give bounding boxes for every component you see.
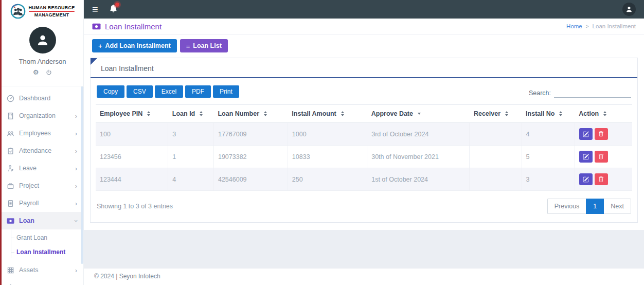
power-icon[interactable] bbox=[46, 69, 52, 76]
cell-install-no: 5 bbox=[522, 146, 575, 168]
previous-page-button[interactable]: Previous bbox=[547, 199, 586, 214]
sidebar-item-leave[interactable]: Leave › bbox=[2, 159, 83, 177]
sort-desc-icon bbox=[418, 113, 421, 115]
breadcrumb-current: Loan Installment bbox=[593, 23, 636, 29]
sort-icon bbox=[264, 111, 267, 116]
sort-icon bbox=[341, 111, 344, 116]
sidebar-item-employees[interactable]: Employees › bbox=[2, 124, 83, 142]
pencil-square-icon bbox=[583, 131, 589, 137]
table-toolbar: Copy CSV Excel PDF Print Search: bbox=[96, 85, 632, 98]
delete-button[interactable] bbox=[595, 173, 608, 185]
table-row: 100 3 17767009 1000 3rd of October 2024 … bbox=[96, 123, 632, 146]
col-receiver[interactable]: Receiver bbox=[470, 105, 522, 123]
col-approve-date[interactable]: Approve Date bbox=[367, 105, 470, 123]
col-install-no[interactable]: Install No bbox=[522, 105, 575, 123]
cell-loan-id: 3 bbox=[168, 123, 214, 146]
cell-install-no: 4 bbox=[522, 123, 575, 146]
breadcrumb-separator: > bbox=[586, 24, 589, 29]
brand-logo: HUMAN RESOURCE MANAGEMENT bbox=[2, 0, 83, 21]
trash-icon bbox=[598, 176, 604, 182]
delete-button[interactable] bbox=[595, 128, 608, 140]
col-action[interactable]: Action bbox=[575, 105, 632, 123]
brand-divider bbox=[29, 11, 75, 12]
settings-gear-icon[interactable]: ⚙ bbox=[33, 69, 39, 76]
print-button[interactable]: Print bbox=[213, 85, 239, 98]
search-input[interactable] bbox=[554, 88, 631, 98]
sort-icon bbox=[505, 111, 508, 116]
breadcrumb-home-link[interactable]: Home bbox=[566, 23, 582, 29]
breadcrumb: Home > Loan Installment bbox=[566, 23, 636, 29]
brand-line1: HUMAN RESOURCE bbox=[29, 5, 75, 10]
topbar-user-avatar[interactable] bbox=[622, 3, 636, 16]
chevron-right-icon: › bbox=[75, 267, 77, 274]
delete-button[interactable] bbox=[595, 151, 608, 163]
excel-button[interactable]: Excel bbox=[155, 85, 183, 98]
notification-badge bbox=[115, 3, 119, 7]
sidebar-subitem-grant-loan[interactable]: Grant Loan bbox=[2, 230, 83, 245]
app-window: HUMAN RESOURCE MANAGEMENT Thom Anderson … bbox=[0, 0, 644, 285]
sidebar-label-organization: Organization bbox=[19, 112, 70, 119]
cell-employee-pin: 123444 bbox=[96, 168, 168, 191]
loan-installment-card: Loan Installment Copy CSV Excel PDF Prin… bbox=[90, 58, 638, 223]
csv-button[interactable]: CSV bbox=[127, 85, 153, 98]
loan-list-button[interactable]: ≡ Loan List bbox=[180, 39, 228, 52]
card-title: Loan Installment bbox=[91, 58, 637, 78]
sidebar-item-notice[interactable]: Notice bbox=[2, 279, 83, 285]
hamburger-menu-icon[interactable]: ≡ bbox=[92, 4, 98, 14]
sidebar-item-dashboard[interactable]: Dashboard bbox=[2, 90, 83, 107]
col-employee-pin[interactable]: Employee PIN bbox=[96, 105, 168, 123]
building-icon bbox=[7, 112, 14, 120]
cell-loan-number: 17767009 bbox=[213, 123, 288, 146]
sidebar-subitem-loan-installment[interactable]: Loan Installment bbox=[2, 245, 83, 259]
cell-approve-date: 30th of November 2021 bbox=[367, 146, 470, 168]
trash-icon bbox=[598, 154, 604, 159]
plus-icon: + bbox=[98, 43, 102, 49]
loan-installment-table: Employee PIN Loan Id Loan Number Install… bbox=[96, 104, 632, 191]
add-loan-installment-button[interactable]: + Add Loan Installment bbox=[92, 39, 177, 52]
sidebar-scrollbar[interactable] bbox=[81, 86, 83, 264]
sidebar-item-payroll[interactable]: Payroll › bbox=[2, 194, 83, 212]
person-icon bbox=[35, 32, 50, 48]
cell-install-amount: 10833 bbox=[288, 146, 367, 168]
sidebar-item-attendance[interactable]: Attendance › bbox=[2, 142, 83, 159]
chevron-right-icon: › bbox=[75, 148, 77, 154]
person-icon bbox=[625, 5, 633, 13]
pencil-square-icon bbox=[583, 154, 589, 160]
cash-icon bbox=[92, 23, 101, 30]
next-page-button[interactable]: Next bbox=[604, 199, 631, 214]
clipboard-icon bbox=[7, 147, 14, 155]
chevron-right-icon: › bbox=[75, 200, 77, 207]
hrm-logo-icon bbox=[10, 4, 26, 19]
col-install-amount[interactable]: Install Amount bbox=[288, 105, 367, 123]
sidebar-item-organization[interactable]: Organization › bbox=[2, 107, 83, 124]
cell-approve-date: 3rd of October 2024 bbox=[367, 123, 470, 146]
table-header-row: Employee PIN Loan Id Loan Number Install… bbox=[96, 105, 632, 123]
sidebar-label-employees: Employees bbox=[19, 130, 70, 137]
sidebar-menu: Dashboard Organization › Employees › bbox=[2, 86, 83, 285]
sidebar-item-loan[interactable]: Loan › bbox=[2, 212, 83, 229]
user-name: Thom Anderson bbox=[2, 58, 83, 65]
cell-loan-id: 4 bbox=[168, 168, 214, 191]
export-buttons: Copy CSV Excel PDF Print bbox=[97, 85, 239, 98]
sidebar-label-dashboard: Dashboard bbox=[19, 95, 77, 102]
edit-button[interactable] bbox=[579, 173, 593, 185]
col-loan-number[interactable]: Loan Number bbox=[213, 105, 288, 123]
edit-button[interactable] bbox=[579, 151, 593, 163]
copy-button[interactable]: Copy bbox=[97, 85, 124, 98]
user-avatar[interactable] bbox=[29, 27, 56, 54]
pdf-button[interactable]: PDF bbox=[185, 85, 211, 98]
document-icon bbox=[7, 200, 14, 207]
sidebar-label-project: Project bbox=[19, 182, 70, 189]
sidebar-item-assets[interactable]: Assets › bbox=[2, 261, 83, 279]
page-1-button[interactable]: 1 bbox=[586, 199, 604, 214]
sidebar-item-project[interactable]: Project › bbox=[2, 177, 83, 194]
col-loan-id[interactable]: Loan Id bbox=[168, 105, 214, 123]
edit-button[interactable] bbox=[579, 128, 593, 140]
chevron-down-icon: › bbox=[73, 220, 79, 222]
trash-icon bbox=[598, 131, 604, 137]
loan-submenu: Grant Loan Loan Installment bbox=[2, 229, 83, 261]
chevron-right-icon: › bbox=[75, 165, 77, 172]
table-row: 123444 4 42546009 250 1st of October 202… bbox=[96, 168, 632, 191]
cell-receiver bbox=[470, 168, 522, 191]
notifications-bell[interactable] bbox=[110, 5, 117, 14]
